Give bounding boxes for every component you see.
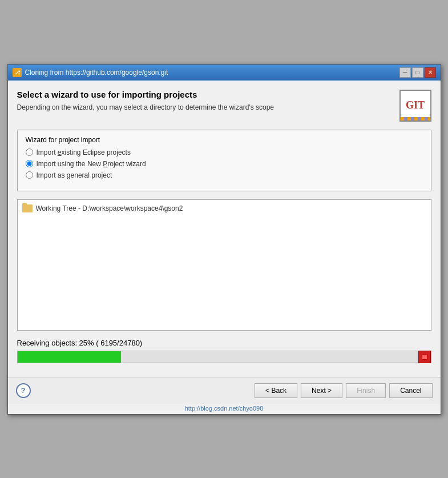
help-button[interactable]: ?: [16, 383, 31, 398]
tree-item-label: Working Tree - D:\workspace\workspace4\g…: [36, 204, 183, 212]
window-title: Cloning from https://github.com/google/g…: [25, 69, 168, 77]
tree-box: Working Tree - D:\workspace\workspace4\g…: [17, 199, 431, 331]
title-bar: ⎇ Cloning from https://github.com/google…: [8, 65, 441, 81]
git-logo-text: GIT: [406, 99, 425, 111]
radio-option-1[interactable]: Import existing Eclipse projects: [26, 148, 423, 156]
radio-import-new-project[interactable]: [26, 160, 33, 167]
stop-icon: [422, 354, 427, 360]
footer-buttons: < Back Next > Finish Cancel: [255, 383, 432, 398]
window-icon: ⎇: [13, 68, 22, 77]
group-title: Wizard for project import: [26, 136, 423, 144]
radio-label-import-general: Import as general project: [37, 171, 112, 179]
radio-import-existing[interactable]: [26, 148, 33, 156]
dialog-content: Select a wizard to use for importing pro…: [8, 81, 441, 377]
title-buttons: ─ □ ✕: [399, 67, 436, 78]
finish-button[interactable]: Finish: [346, 383, 386, 398]
maximize-button[interactable]: □: [412, 67, 423, 78]
header-text: Select a wizard to use for importing pro…: [17, 90, 275, 113]
watermark: http://blog.csdn.net/chyo098: [8, 404, 441, 414]
radio-import-general[interactable]: [26, 171, 33, 179]
tree-item[interactable]: Working Tree - D:\workspace\workspace4\g…: [22, 204, 426, 212]
title-bar-left: ⎇ Cloning from https://github.com/google…: [13, 68, 168, 77]
folder-icon: [22, 204, 33, 212]
status-label: Receiving objects: 25% ( 6195/24780): [17, 339, 143, 347]
minimize-button[interactable]: ─: [399, 67, 411, 78]
radio-label-import-new-project: Import using the New Project wizard: [37, 160, 146, 168]
page-description: Depending on the wizard, you may select …: [17, 103, 275, 113]
progress-container: [17, 351, 431, 363]
radio-option-2[interactable]: Import using the New Project wizard: [26, 160, 423, 168]
dialog-footer: ? < Back Next > Finish Cancel: [8, 377, 441, 404]
page-title: Select a wizard to use for importing pro…: [17, 90, 275, 99]
status-section: Receiving objects: 25% ( 6195/24780): [17, 339, 431, 363]
close-button[interactable]: ✕: [425, 67, 436, 78]
git-logo: GIT: [399, 90, 431, 122]
radio-label-import-existing: Import existing Eclipse projects: [37, 148, 131, 156]
back-button[interactable]: < Back: [255, 383, 297, 398]
radio-option-3[interactable]: Import as general project: [26, 171, 423, 179]
progress-stop-button[interactable]: [418, 351, 431, 363]
git-logo-stripe: [401, 117, 430, 120]
dialog-window: ⎇ Cloning from https://github.com/google…: [7, 64, 441, 415]
cancel-button[interactable]: Cancel: [389, 383, 432, 398]
wizard-group-box: Wizard for project import Import existin…: [17, 130, 431, 191]
next-button[interactable]: Next >: [301, 383, 342, 398]
progress-bar: [18, 351, 121, 363]
header-section: Select a wizard to use for importing pro…: [17, 90, 431, 122]
status-line: Receiving objects: 25% ( 6195/24780): [17, 339, 431, 347]
